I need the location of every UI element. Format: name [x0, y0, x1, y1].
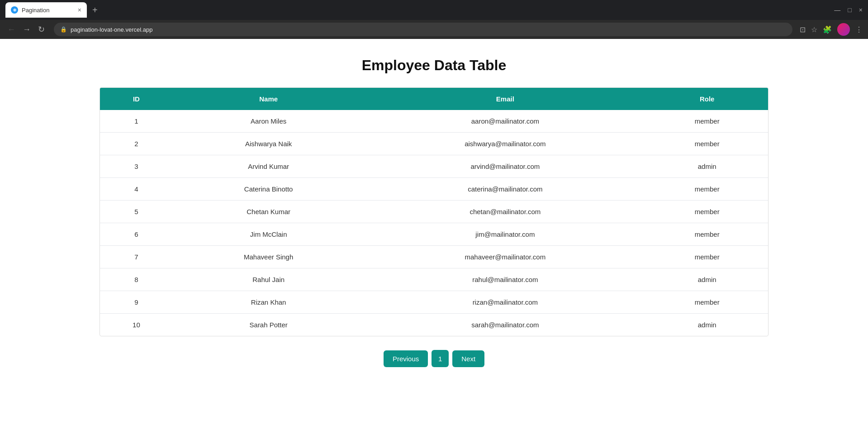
cell-name: Chetan Kumar: [173, 201, 365, 223]
table-row: 10Sarah Pottersarah@mailinator.comadmin: [100, 314, 768, 336]
extensions-icon[interactable]: 🧩: [823, 25, 832, 34]
new-tab-button[interactable]: +: [92, 5, 98, 15]
employee-table-container: ID Name Email Role 1Aaron Milesaaron@mai…: [100, 87, 768, 336]
cell-role: member: [646, 246, 768, 268]
table-row: 6Jim McClainjim@mailinator.commember: [100, 223, 768, 246]
table-row: 1Aaron Milesaaron@mailinator.commember: [100, 110, 768, 133]
cell-email: rizan@mailinator.com: [364, 291, 646, 314]
cell-role: member: [646, 178, 768, 201]
tab-close-button[interactable]: ×: [78, 6, 81, 14]
cell-role: member: [646, 201, 768, 223]
cell-id: 4: [100, 178, 173, 201]
cell-email: chetan@mailinator.com: [364, 201, 646, 223]
employee-table: ID Name Email Role 1Aaron Milesaaron@mai…: [100, 88, 768, 336]
cell-role: admin: [646, 314, 768, 336]
cast-icon[interactable]: ⊡: [800, 25, 806, 34]
cell-id: 8: [100, 268, 173, 291]
cell-email: rahul@mailinator.com: [364, 268, 646, 291]
cell-id: 7: [100, 246, 173, 268]
cell-role: admin: [646, 268, 768, 291]
cell-email: aaron@mailinator.com: [364, 110, 646, 133]
page-number-1[interactable]: 1: [432, 350, 449, 367]
table-row: 9Rizan Khanrizan@mailinator.commember: [100, 291, 768, 314]
table-header: ID Name Email Role: [100, 88, 768, 110]
cell-id: 6: [100, 223, 173, 246]
table-row: 8Rahul Jainrahul@mailinator.comadmin: [100, 268, 768, 291]
page-content: Employee Data Table ID Name Email Role 1…: [90, 39, 778, 403]
profile-avatar[interactable]: [837, 23, 850, 36]
cell-email: aishwarya@mailinator.com: [364, 133, 646, 155]
address-bar: ← → ↻ 🔒 pagination-lovat-one.vercel.app …: [0, 20, 868, 39]
table-row: 5Chetan Kumarchetan@mailinator.commember: [100, 201, 768, 223]
table-body: 1Aaron Milesaaron@mailinator.commember2A…: [100, 110, 768, 336]
cell-name: Rizan Khan: [173, 291, 365, 314]
cell-role: admin: [646, 155, 768, 178]
bookmark-icon[interactable]: ☆: [811, 25, 817, 34]
url-bar[interactable]: 🔒 pagination-lovat-one.vercel.app: [54, 23, 792, 36]
nav-buttons: ← → ↻: [5, 23, 47, 36]
window-controls: — □ ×: [834, 6, 863, 14]
col-header-name: Name: [173, 88, 365, 110]
table-row: 4Caterina Binottocaterina@mailinator.com…: [100, 178, 768, 201]
previous-button[interactable]: Previous: [384, 350, 428, 367]
cell-name: Sarah Potter: [173, 314, 365, 336]
tab-label: Pagination: [22, 7, 49, 14]
cell-id: 9: [100, 291, 173, 314]
cell-name: Caterina Binotto: [173, 178, 365, 201]
cell-name: Aishwarya Naik: [173, 133, 365, 155]
cell-name: Arvind Kumar: [173, 155, 365, 178]
cell-name: Mahaveer Singh: [173, 246, 365, 268]
table-row: 2Aishwarya Naikaishwarya@mailinator.comm…: [100, 133, 768, 155]
cell-id: 3: [100, 155, 173, 178]
cell-id: 2: [100, 133, 173, 155]
browser-chrome: ⚛ Pagination × + — □ ×: [0, 0, 868, 20]
cell-email: mahaveer@mailinator.com: [364, 246, 646, 268]
col-header-role: Role: [646, 88, 768, 110]
cell-email: arvind@mailinator.com: [364, 155, 646, 178]
col-header-email: Email: [364, 88, 646, 110]
security-icon: 🔒: [60, 26, 67, 33]
tab-favicon: ⚛: [11, 6, 18, 14]
next-button[interactable]: Next: [452, 350, 484, 367]
close-button[interactable]: ×: [859, 6, 863, 14]
page-title: Employee Data Table: [100, 57, 768, 74]
cell-id: 5: [100, 201, 173, 223]
table-row: 3Arvind Kumararvind@mailinator.comadmin: [100, 155, 768, 178]
back-button[interactable]: ←: [5, 23, 17, 36]
cell-email: caterina@mailinator.com: [364, 178, 646, 201]
cell-name: Aaron Miles: [173, 110, 365, 133]
cell-email: jim@mailinator.com: [364, 223, 646, 246]
browser-tab[interactable]: ⚛ Pagination ×: [5, 2, 87, 18]
cell-id: 1: [100, 110, 173, 133]
cell-role: member: [646, 223, 768, 246]
pagination: Previous 1 Next: [100, 350, 768, 385]
forward-button[interactable]: →: [21, 23, 33, 36]
table-row: 7Mahaveer Singhmahaveer@mailinator.comme…: [100, 246, 768, 268]
cell-id: 10: [100, 314, 173, 336]
menu-icon[interactable]: ⋮: [855, 25, 863, 34]
maximize-button[interactable]: □: [848, 6, 851, 14]
url-text: pagination-lovat-one.vercel.app: [71, 26, 152, 33]
col-header-id: ID: [100, 88, 173, 110]
cell-role: member: [646, 133, 768, 155]
reload-button[interactable]: ↻: [36, 23, 47, 36]
cell-name: Rahul Jain: [173, 268, 365, 291]
cell-role: member: [646, 291, 768, 314]
cell-email: sarah@mailinator.com: [364, 314, 646, 336]
cell-name: Jim McClain: [173, 223, 365, 246]
minimize-button[interactable]: —: [834, 6, 840, 14]
address-bar-actions: ⊡ ☆ 🧩 ⋮: [800, 23, 863, 36]
cell-role: member: [646, 110, 768, 133]
